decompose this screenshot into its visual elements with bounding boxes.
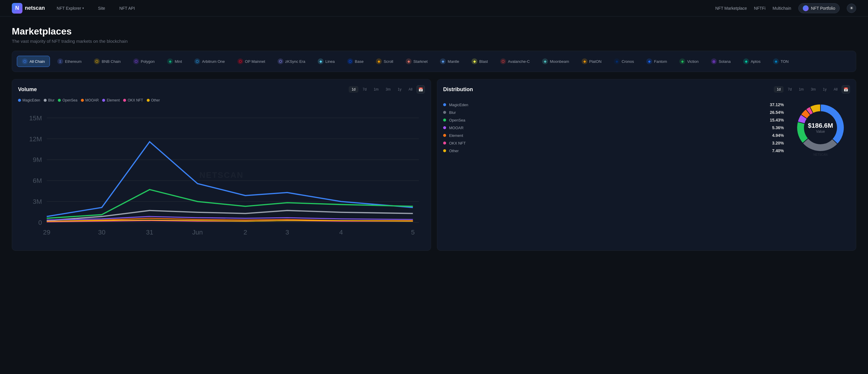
- chain-btn-solana[interactable]: ◎Solana: [706, 56, 736, 67]
- legend-label: OpenSea: [62, 98, 78, 102]
- dist-calendar-btn[interactable]: 📅: [842, 85, 850, 94]
- chain-btn-mint[interactable]: ◈Mint: [162, 56, 187, 67]
- nav-nft-api[interactable]: NFT API: [117, 5, 137, 12]
- chain-label-all: All Chain: [30, 59, 45, 64]
- chain-label-scroll: Scroll: [383, 59, 393, 64]
- chain-icon-moonbeam: ◈: [542, 58, 548, 64]
- dist-time-btn-1m[interactable]: 1m: [796, 86, 807, 93]
- vol-time-btn-All[interactable]: All: [406, 86, 415, 93]
- nav-marketplace[interactable]: NFT Marketplace: [715, 6, 747, 11]
- logo-icon: N: [12, 3, 23, 13]
- dist-dot: [443, 149, 446, 152]
- nav-nft-explorer[interactable]: NFT Explorer ▾: [54, 5, 86, 12]
- nav-nftfi[interactable]: NFTFi: [754, 6, 766, 11]
- svg-text:NETSCAN: NETSCAN: [813, 153, 828, 156]
- chain-btn-arbitrum[interactable]: ⬡Arbitrum One: [189, 56, 230, 67]
- dist-dot: [443, 142, 446, 144]
- theme-toggle[interactable]: ☀: [847, 4, 856, 13]
- svg-text:29: 29: [43, 229, 51, 236]
- chain-icon-viction: ◈: [679, 58, 685, 64]
- svg-text:0: 0: [38, 219, 42, 226]
- svg-text:2: 2: [244, 229, 247, 236]
- nft-explorer-label: NFT Explorer: [57, 6, 81, 11]
- chain-btn-aptos[interactable]: ◈Aptos: [738, 56, 766, 67]
- chain-btn-moonbeam[interactable]: ◈Moonbeam: [537, 56, 574, 67]
- logo[interactable]: N netscan: [12, 3, 45, 13]
- dist-pct: 3.20%: [767, 141, 784, 145]
- chain-icon-fantom: ◈: [646, 58, 652, 64]
- nav-site[interactable]: Site: [96, 5, 107, 12]
- volume-calendar-btn[interactable]: 📅: [416, 85, 425, 94]
- navbar: N netscan NFT Explorer ▾ Site NFT API NF…: [0, 0, 868, 16]
- chain-label-mantle: Mantle: [447, 59, 459, 64]
- chain-btn-zksync[interactable]: ⬡zKSync Era: [273, 56, 310, 67]
- chain-btn-starknet[interactable]: ◈Starknet: [401, 56, 433, 67]
- dist-time-btn-7d[interactable]: 7d: [785, 86, 795, 93]
- svg-text:31: 31: [146, 229, 153, 236]
- legend-item-element: Element: [102, 98, 120, 102]
- chain-icon-base: ⬡: [347, 58, 353, 64]
- nav-multichain[interactable]: Multichain: [773, 6, 791, 11]
- chain-btn-ton[interactable]: ◈TON: [768, 56, 794, 67]
- dist-time-btn-1d[interactable]: 1d: [774, 86, 783, 93]
- chain-label-fantom: Fantom: [654, 59, 667, 64]
- donut-segment: [797, 122, 808, 143]
- chain-label-cronos: Cronos: [621, 59, 634, 64]
- dist-pct: 15.43%: [767, 118, 784, 123]
- volume-time-filters: 1d7d1m3m1yAll📅: [349, 85, 425, 94]
- volume-chart-area: NETSCAN 15M 12M 9M 6M 3M 0: [18, 106, 425, 244]
- chain-icon-solana: ◎: [711, 58, 717, 64]
- svg-text:30: 30: [98, 229, 105, 236]
- vol-time-btn-1m[interactable]: 1m: [371, 86, 382, 93]
- svg-text:3M: 3M: [33, 198, 42, 205]
- dist-time-btn-1y[interactable]: 1y: [820, 86, 830, 93]
- nft-api-label: NFT API: [119, 6, 135, 11]
- legend-dot: [147, 99, 150, 102]
- chain-btn-scroll[interactable]: ◈Scroll: [371, 56, 398, 67]
- dist-name: Blur: [449, 110, 764, 115]
- chain-label-base: Base: [355, 59, 364, 64]
- chain-btn-linea[interactable]: ◈Linea: [313, 56, 340, 67]
- chain-btn-mantle[interactable]: ◈Mantle: [435, 56, 464, 67]
- svg-text:12M: 12M: [29, 135, 42, 143]
- page-title: Marketplaces: [12, 26, 856, 37]
- chain-btn-all[interactable]: ⬡All Chain: [17, 56, 50, 67]
- chain-btn-polygon[interactable]: ⬡Polygon: [128, 56, 160, 67]
- distribution-chart-title: Distribution: [443, 87, 473, 93]
- chain-label-ton: TON: [781, 59, 788, 64]
- chain-btn-blast[interactable]: ◈Blast: [466, 56, 493, 67]
- chain-btn-fantom[interactable]: ◈Fantom: [641, 56, 672, 67]
- vol-time-btn-7d[interactable]: 7d: [360, 86, 369, 93]
- legend-dot: [58, 99, 61, 102]
- vol-time-btn-1y[interactable]: 1y: [395, 86, 404, 93]
- chain-btn-op[interactable]: ⬡OP Mainnet: [232, 56, 270, 67]
- chain-label-viction: Viction: [687, 59, 699, 64]
- vol-time-btn-1d[interactable]: 1d: [349, 86, 359, 93]
- chain-btn-ethereum[interactable]: ΞEthereum: [52, 56, 87, 67]
- chain-btn-platon[interactable]: ◈PlatON: [577, 56, 607, 67]
- distribution-chart-header: Distribution 1d7d1m3m1yAll📅: [443, 85, 850, 94]
- chain-btn-base[interactable]: ⬡Base: [342, 56, 369, 67]
- legend-dot: [123, 99, 126, 102]
- chevron-down-icon: ▾: [82, 6, 84, 10]
- chain-label-linea: Linea: [326, 59, 335, 64]
- chain-icon-scroll: ◈: [376, 58, 382, 64]
- chain-label-starknet: Starknet: [413, 59, 428, 64]
- dist-time-btn-All[interactable]: All: [831, 86, 841, 93]
- vol-time-btn-3m[interactable]: 3m: [383, 86, 394, 93]
- donut-segment: [820, 104, 844, 144]
- chain-btn-bnb[interactable]: ⬡BNB Chain: [89, 56, 125, 67]
- chain-btn-avalanche[interactable]: ⬡Avalanche-C: [495, 56, 535, 67]
- chain-icon-zksync: ⬡: [278, 58, 283, 64]
- dist-pct: 37.12%: [767, 102, 784, 107]
- chain-btn-cronos[interactable]: ◈Cronos: [609, 56, 639, 67]
- dist-row-opensea: OpenSea 15.43%: [443, 118, 784, 123]
- donut-svg: NETSCAN: [791, 98, 850, 157]
- chain-btn-viction[interactable]: ◈Viction: [674, 56, 704, 67]
- legend-item-other: Other: [147, 98, 160, 102]
- legend-dot: [18, 99, 21, 102]
- svg-text:15M: 15M: [29, 114, 42, 122]
- dist-time-btn-3m[interactable]: 3m: [808, 86, 819, 93]
- portfolio-button[interactable]: NFT Portfolio: [798, 3, 840, 13]
- legend-item-mooar: MOOAR: [81, 98, 99, 102]
